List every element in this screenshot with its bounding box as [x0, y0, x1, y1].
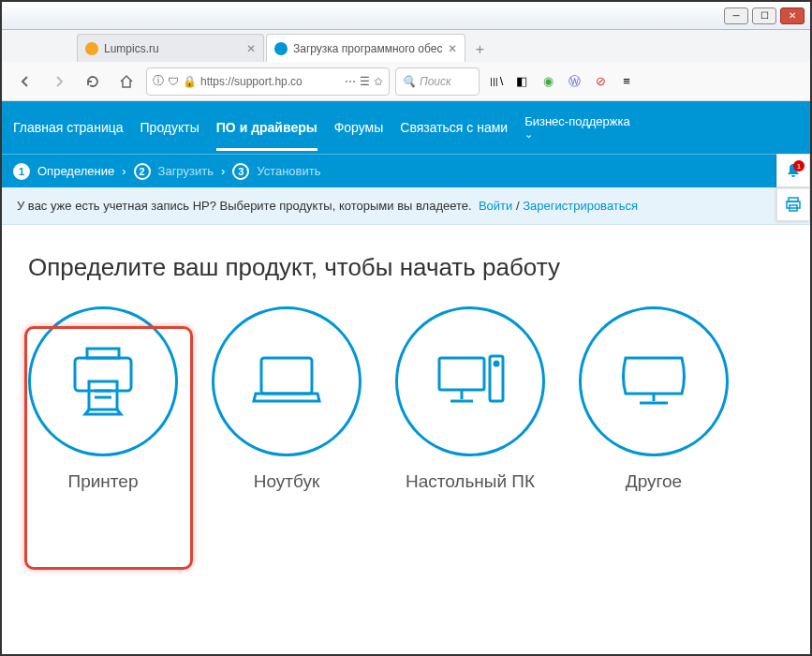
- library-icon[interactable]: ⫼\: [485, 71, 506, 92]
- reload-button[interactable]: [79, 67, 107, 96]
- step-label: Установить: [257, 164, 320, 178]
- browser-tabstrip: Lumpics.ru ✕ Загрузка программного обес …: [2, 30, 810, 62]
- product-label: Настольный ПК: [406, 471, 535, 492]
- hp-favicon-icon: [274, 42, 288, 55]
- search-placeholder: Поиск: [420, 75, 451, 88]
- desktop-icon: [395, 306, 545, 456]
- back-button[interactable]: [11, 67, 39, 96]
- notification-badge: 1: [793, 160, 805, 171]
- svg-rect-9: [439, 358, 484, 390]
- signin-prompt-text: У вас уже есть учетная запись HP? Выбери…: [17, 199, 472, 213]
- product-laptop[interactable]: Ноутбук: [212, 306, 362, 492]
- register-link[interactable]: Зарегистрироваться: [523, 199, 638, 213]
- svg-rect-8: [261, 358, 312, 394]
- reader-icon[interactable]: ☰: [360, 75, 370, 88]
- site-main-nav: Главная страница Продукты ПО и драйверы …: [2, 101, 810, 154]
- extension-icon[interactable]: ⊘: [590, 71, 611, 92]
- lock-icon: 🔒: [183, 75, 197, 88]
- chevron-right-icon: ›: [221, 164, 225, 178]
- nav-business-label: Бизнес-поддержка: [524, 114, 630, 129]
- new-tab-button[interactable]: +: [467, 37, 492, 62]
- wizard-steps: 1 Определение › 2 Загрузить › 3 Установи…: [2, 154, 810, 187]
- nav-item-home[interactable]: Главная страница: [13, 120, 124, 135]
- browser-toolbar: ⓘ 🛡 🔒 https://support.hp.co ⋯ ☰ ✩ 🔍 Поис…: [2, 62, 810, 101]
- signin-prompt-bar: У вас уже есть учетная запись HP? Выбери…: [2, 187, 810, 225]
- product-label: Ноутбук: [254, 471, 320, 492]
- forward-button[interactable]: [45, 67, 73, 96]
- step-number-icon: 1: [13, 163, 30, 180]
- window-minimize-button[interactable]: ─: [724, 7, 748, 24]
- sun-favicon-icon: [85, 42, 98, 55]
- svg-point-13: [495, 362, 498, 365]
- svg-rect-4: [87, 349, 119, 358]
- product-label: Другое: [626, 471, 682, 492]
- nav-item-products[interactable]: Продукты: [140, 120, 199, 135]
- print-button[interactable]: [776, 187, 810, 221]
- notifications-button[interactable]: 1: [776, 154, 810, 187]
- chevron-down-icon: ⌄: [524, 128, 630, 141]
- window-titlebar: ─ ☐ ✕: [2, 2, 810, 30]
- page-heading: Определите ваш продукт, чтобы начать раб…: [28, 253, 784, 282]
- main-content: Определите ваш продукт, чтобы начать раб…: [2, 225, 810, 492]
- step-number-icon: 3: [232, 163, 249, 180]
- printer-icon: [28, 306, 178, 456]
- browser-tab-1[interactable]: Загрузка программного обес ✕: [266, 34, 465, 62]
- monitor-icon: [579, 306, 729, 456]
- step-number-icon: 2: [134, 163, 151, 180]
- step-label: Загрузить: [158, 164, 214, 178]
- close-icon[interactable]: ✕: [448, 42, 457, 55]
- url-bar[interactable]: ⓘ 🛡 🔒 https://support.hp.co ⋯ ☰ ✩: [146, 67, 390, 96]
- step-label[interactable]: Определение: [37, 164, 114, 178]
- product-grid: Принтер Ноутбук: [28, 306, 784, 492]
- floating-tools: 1: [776, 154, 810, 221]
- menu-icon[interactable]: ≡: [616, 71, 637, 92]
- browser-tab-0[interactable]: Lumpics.ru ✕: [77, 34, 264, 62]
- info-icon[interactable]: ⓘ: [153, 73, 164, 89]
- window-close-button[interactable]: ✕: [780, 7, 805, 24]
- shield-icon[interactable]: 🛡: [168, 75, 179, 88]
- product-desktop[interactable]: Настольный ПК: [395, 306, 545, 492]
- nav-item-business[interactable]: Бизнес-поддержка ⌄: [524, 114, 630, 142]
- sidebar-icon[interactable]: ◧: [511, 71, 532, 92]
- window-maximize-button[interactable]: ☐: [752, 7, 776, 24]
- signin-link[interactable]: Войти: [479, 199, 512, 213]
- close-icon[interactable]: ✕: [246, 42, 256, 55]
- url-text: https://support.hp.co: [200, 75, 341, 88]
- svg-rect-5: [89, 381, 117, 410]
- search-bar[interactable]: 🔍 Поиск: [395, 67, 480, 96]
- nav-item-forums[interactable]: Форумы: [334, 120, 384, 135]
- svg-rect-3: [75, 358, 131, 391]
- product-other[interactable]: Другое: [579, 306, 729, 492]
- star-icon[interactable]: ✩: [374, 75, 383, 88]
- tab-title: Lumpics.ru: [104, 42, 159, 55]
- tab-title: Загрузка программного обес: [293, 42, 442, 55]
- nav-item-contact[interactable]: Связаться с нами: [400, 120, 508, 135]
- product-printer[interactable]: Принтер: [28, 306, 178, 492]
- page-content: Главная страница Продукты ПО и драйверы …: [2, 101, 810, 654]
- extension-icon[interactable]: ◉: [538, 71, 558, 92]
- extension-icon[interactable]: Ⓦ: [564, 71, 584, 92]
- chevron-right-icon: ›: [122, 164, 125, 178]
- search-icon: 🔍: [402, 75, 416, 88]
- home-button[interactable]: [112, 67, 140, 96]
- product-label: Принтер: [68, 471, 139, 492]
- nav-item-drivers[interactable]: ПО и драйверы: [216, 104, 317, 151]
- ellipsis-icon[interactable]: ⋯: [345, 75, 356, 88]
- laptop-icon: [212, 306, 362, 456]
